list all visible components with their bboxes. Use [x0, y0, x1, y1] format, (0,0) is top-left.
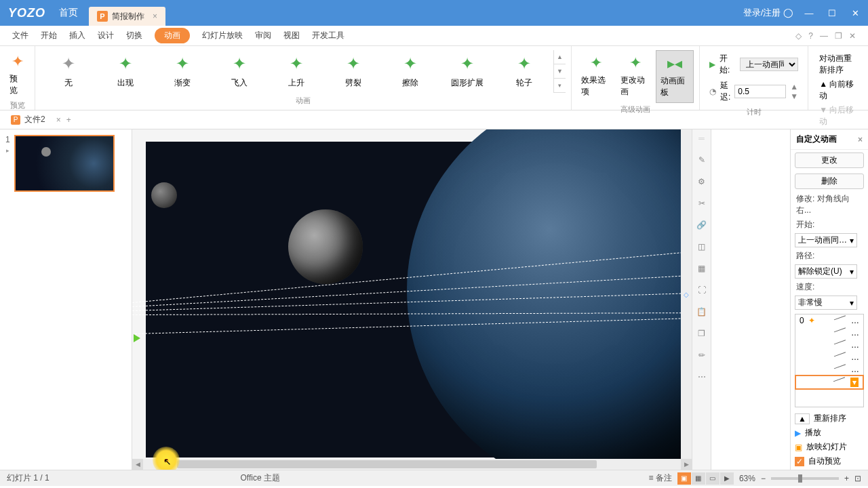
path-start-icon[interactable] [134, 334, 140, 342]
scroll-track[interactable] [143, 459, 681, 470]
window-minimize-icon[interactable]: — [820, 31, 828, 41]
anim-split[interactable]: ✦劈裂 [326, 50, 381, 93]
scroll-right-icon[interactable]: ▶ [681, 459, 692, 470]
grid-icon[interactable]: ▦ [698, 264, 705, 273]
ribbon: ✦ 预览 预览 ✦无 ✦出现 ✦渐变 ✦飞入 ✦上升 ✦劈裂 ✦擦除 ✦圆形扩展… [0, 46, 868, 110]
scissors-icon[interactable]: ✂ [698, 199, 705, 208]
start-select[interactable]: 上一动画同时 [740, 58, 798, 71]
list-item[interactable]: … [795, 363, 863, 375]
login-link[interactable]: 登录/注册 ◯ [743, 7, 793, 19]
notes-button[interactable]: ≡ 备注 [649, 472, 672, 484]
menu-devtools[interactable]: 开发工具 [312, 30, 344, 41]
normal-view-icon[interactable]: ▣ [677, 472, 691, 485]
move-forward-button[interactable]: ▲ 向前移动 [819, 79, 857, 102]
expand-icon[interactable]: ⛶ [698, 285, 706, 295]
spinner-up-icon[interactable]: ▲ [790, 82, 798, 92]
chevron-down-icon: ▾ [850, 298, 854, 308]
change-animation-button[interactable]: ✦更改动画 [616, 50, 654, 103]
slide-thumbnail[interactable] [14, 135, 115, 192]
anim-fade[interactable]: ✦渐变 [155, 50, 210, 93]
help-icon[interactable]: ? [808, 31, 813, 41]
anim-rise[interactable]: ✦上升 [269, 50, 324, 93]
menu-review[interactable]: 审阅 [255, 30, 271, 41]
animation-pane-button[interactable]: ▸◂动画面板 [656, 50, 694, 103]
reading-view-icon[interactable]: ▭ [706, 472, 719, 485]
home-link[interactable]: 首页 [54, 7, 83, 19]
minimize-icon[interactable]: — [802, 8, 816, 18]
ribbon-collapse-icon[interactable]: ◇ [795, 31, 802, 41]
edit-icon[interactable]: ✏ [698, 350, 705, 360]
crop-icon[interactable]: ◫ [698, 242, 705, 251]
play-button[interactable]: ▶播放 [795, 427, 864, 439]
link-icon[interactable]: 🔗 [696, 220, 707, 230]
pane-icon: ▸◂ [667, 55, 682, 73]
list-item-selected[interactable]: ▾ [795, 375, 863, 389]
close-icon[interactable]: ✕ [848, 8, 863, 18]
anim-appear[interactable]: ✦出现 [98, 50, 153, 93]
move-backward-button[interactable]: ▼ 向后移动 [819, 104, 857, 127]
scroll-left-icon[interactable]: ◀ [132, 459, 143, 470]
sorter-view-icon[interactable]: ▦ [692, 472, 705, 485]
gallery-down-icon[interactable]: ▼ [554, 64, 566, 79]
anim-wipe[interactable]: ✦擦除 [382, 50, 438, 93]
window-close-icon[interactable]: ✕ [849, 31, 856, 41]
menu-file[interactable]: 文件 [12, 30, 28, 41]
gallery-more-icon[interactable]: ▾ [554, 79, 566, 93]
paste-icon[interactable]: 📋 [696, 307, 707, 317]
delay-input[interactable] [734, 85, 786, 98]
anim-wheel[interactable]: ✦轮子 [496, 50, 552, 93]
speed-select[interactable]: 非常慢▾ [795, 296, 857, 310]
pen-icon[interactable]: ✎ [698, 155, 705, 165]
menu-slideshow[interactable]: 幻灯片放映 [202, 30, 243, 41]
delete-button[interactable]: 删除 [795, 174, 864, 189]
menu-home[interactable]: 开始 [41, 30, 57, 41]
slideshow-view-icon[interactable]: ▶ [720, 472, 734, 485]
more-icon[interactable]: ⋯ [698, 372, 706, 382]
list-item[interactable]: … [795, 327, 863, 339]
copy-icon[interactable]: ❐ [698, 329, 705, 338]
anim-shape[interactable]: ✦圆形扩展 [439, 50, 495, 93]
list-item[interactable]: … [795, 339, 863, 351]
slide-canvas[interactable]: ➤ ➤ ➤ ➤ ➤ [146, 142, 692, 458]
zoom-in-icon[interactable]: + [844, 474, 849, 483]
effect-options-button[interactable]: ✦效果选项 [577, 50, 615, 103]
list-item[interactable]: 0✦… [795, 314, 863, 327]
reorder-up-icon[interactable]: ▲ [795, 413, 810, 424]
line-icon [834, 327, 848, 338]
new-file-icon[interactable]: + [66, 115, 71, 125]
autopreview-checkbox[interactable]: ✓自动预览 [795, 455, 864, 467]
close-tab-icon[interactable]: × [153, 12, 157, 21]
fit-icon[interactable]: ⊡ [854, 474, 861, 483]
anim-flyin[interactable]: ✦飞入 [212, 50, 267, 93]
menu-transition[interactable]: 切换 [126, 30, 142, 41]
list-item[interactable]: … [795, 351, 863, 363]
menu-view[interactable]: 视图 [283, 30, 300, 41]
chevron-down-icon[interactable]: ▾ [850, 378, 859, 387]
start-select[interactable]: 上一动画同…▾ [795, 233, 857, 247]
file-tab[interactable]: P 文件2 [5, 114, 51, 125]
path-select[interactable]: 解除锁定(U)▾ [795, 264, 857, 279]
scroll-thumb[interactable] [177, 460, 597, 468]
zoom-level[interactable]: 63% [739, 474, 755, 483]
anim-none[interactable]: ✦无 [41, 50, 96, 93]
slideshow-button[interactable]: ▣放映幻灯片 [795, 441, 864, 453]
adv-group-label: 高级动画 [576, 104, 695, 116]
menu-design[interactable]: 设计 [98, 30, 114, 41]
close-pane-icon[interactable]: × [858, 135, 863, 144]
settings-icon[interactable]: ⚙ [698, 177, 705, 186]
slide-editor[interactable]: ➤ ➤ ➤ ➤ ➤ ◇ ◀ ▶ ○ ↖ [132, 129, 692, 470]
close-file-icon[interactable]: × [56, 115, 61, 125]
preview-button[interactable]: ✦ 预览 [4, 49, 31, 100]
handle-icon[interactable]: ═ [698, 134, 705, 143]
menu-insert[interactable]: 插入 [69, 30, 85, 41]
window-restore-icon[interactable]: ❐ [835, 31, 842, 41]
vertical-scrollbar[interactable]: ◇ [681, 129, 692, 459]
zoom-out-icon[interactable]: − [761, 474, 766, 483]
spinner-down-icon[interactable]: ▼ [790, 92, 798, 101]
maximize-icon[interactable]: ☐ [825, 8, 840, 18]
menu-animation[interactable]: 动画 [155, 28, 190, 43]
zoom-slider[interactable] [771, 477, 839, 480]
change-button[interactable]: 更改 [795, 152, 864, 168]
document-tab[interactable]: P 简报制作 × [89, 7, 165, 26]
gallery-up-icon[interactable]: ▲ [554, 50, 566, 64]
